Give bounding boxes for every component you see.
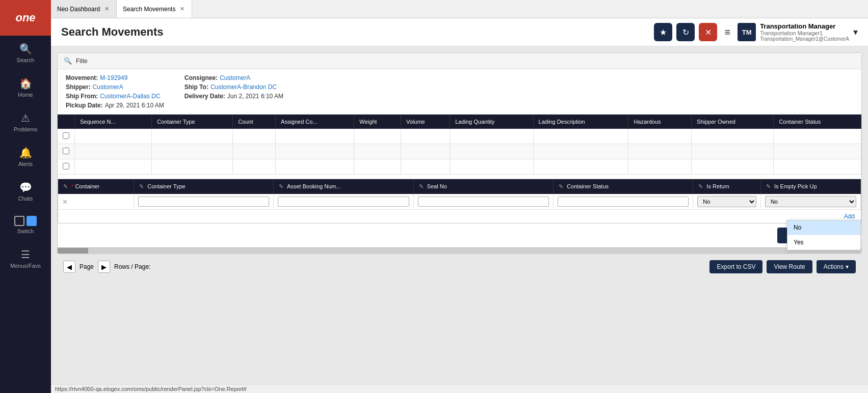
add-row: Add xyxy=(58,210,861,223)
dropdown-option-no[interactable]: No xyxy=(787,220,860,235)
table-row xyxy=(58,129,861,144)
sidebar-label-problems: Problems xyxy=(14,126,37,132)
tab-neo-dashboard[interactable]: Neo Dashboard ✕ xyxy=(51,0,117,18)
page-title: Search Movements xyxy=(61,25,164,39)
header-assigned-co[interactable]: Assigned Co... xyxy=(276,115,354,129)
cell-container-status xyxy=(774,129,861,144)
sidebar-item-chats[interactable]: 💬 Chats xyxy=(0,174,51,209)
header-shipper-owned[interactable]: Shipper Owned xyxy=(692,115,774,129)
row-checkbox[interactable] xyxy=(63,132,69,139)
chat-icon: 💬 xyxy=(19,181,32,193)
page-header: Search Movements ★ ↻ ✕ ≡ TM Transportati… xyxy=(51,18,868,46)
sidebar-item-problems[interactable]: ⚠ Problems xyxy=(0,105,51,139)
input-asset-booking[interactable] xyxy=(278,196,409,207)
tab-neo-dashboard-close[interactable]: ✕ xyxy=(103,6,110,13)
shipper-link[interactable]: CustomerA xyxy=(93,83,123,91)
sidebar-item-alerts[interactable]: 🔔 Alerts xyxy=(0,139,51,174)
hamburger-button[interactable]: ≡ xyxy=(721,23,733,41)
user-name-label: Transportation Manager1 xyxy=(760,30,849,36)
tab-search-movements[interactable]: Search Movements ✕ xyxy=(117,0,192,18)
cell-assigned-co xyxy=(276,129,354,144)
sidebar-item-menus[interactable]: ☰ Menus/Favs xyxy=(0,241,51,276)
header-volume[interactable]: Volume xyxy=(401,115,450,129)
cell-hazardous xyxy=(628,129,692,144)
delivery-date-label: Delivery Date: xyxy=(185,93,225,100)
tab-search-movements-close[interactable]: ✕ xyxy=(178,6,186,13)
select-is-empty[interactable]: No Yes xyxy=(765,196,856,207)
consignee-label: Consignee: xyxy=(185,74,218,81)
movement-right-col: Consignee: CustomerA Ship To: CustomerA-… xyxy=(185,74,283,109)
header-seal-no[interactable]: ✎ Seal No xyxy=(413,179,553,194)
container-table: ✎ * Container ✎ Container Type ✎ xyxy=(58,179,861,210)
sidebar-item-home[interactable]: 🏠 Home xyxy=(0,70,51,105)
actions-button[interactable]: Actions ▾ xyxy=(817,260,856,273)
horizontal-scrollbar[interactable] xyxy=(58,247,861,254)
edit-cell-close: ✕ xyxy=(58,194,134,210)
header-container[interactable]: ✎ * Container xyxy=(58,179,134,194)
switch-icon xyxy=(14,216,37,226)
refresh-button[interactable]: ↻ xyxy=(676,23,695,41)
cell-count xyxy=(233,129,276,144)
cell-container-type xyxy=(152,129,233,144)
app-logo[interactable]: one xyxy=(0,0,51,36)
input-container-type[interactable] xyxy=(138,196,269,207)
header-lading-description[interactable]: Lading Description xyxy=(533,115,628,129)
close-button[interactable]: ✕ xyxy=(699,23,717,41)
required-marker-container: * xyxy=(71,183,73,189)
horiz-scroll-thumb xyxy=(58,248,88,254)
header-count[interactable]: Count xyxy=(233,115,276,129)
header-is-return[interactable]: ✎ Is Return xyxy=(693,179,761,194)
dropdown-option-yes[interactable]: Yes xyxy=(787,235,860,250)
pager-page-label: Page xyxy=(80,263,94,270)
sidebar-item-switch[interactable]: Switch xyxy=(0,209,51,241)
sidebar-label-chats: Chats xyxy=(18,195,33,202)
export-csv-button[interactable]: Export to CSV xyxy=(709,260,762,273)
consignee-link[interactable]: CustomerA xyxy=(220,74,250,81)
row-checkbox[interactable] xyxy=(63,148,69,154)
ship-to-link[interactable]: CustomerA-Brandon DC xyxy=(211,83,277,91)
close-row-button[interactable]: ✕ xyxy=(62,198,68,206)
favorite-button[interactable]: ★ xyxy=(654,23,672,41)
cell-lading-quantity xyxy=(450,129,533,144)
view-route-button[interactable]: View Route xyxy=(767,260,812,273)
header-sequence-no[interactable]: Sequence N... xyxy=(75,115,152,129)
switch-box-2 xyxy=(27,216,37,226)
content-area: 🔍 Filte Movement: M-192949 Shipper: Cust… xyxy=(51,46,868,384)
ship-from-link[interactable]: CustomerA-Dallas DC xyxy=(100,93,160,100)
logo-text: one xyxy=(15,11,35,24)
pager-prev-button[interactable]: ◀ xyxy=(63,261,75,273)
movement-details: Movement: M-192949 Shipper: CustomerA Sh… xyxy=(58,69,861,115)
edit-icon-seal: ✎ xyxy=(419,183,424,189)
movement-id-link[interactable]: M-192949 xyxy=(100,74,127,81)
container-table-container: ✎ * Container ✎ Container Type ✎ xyxy=(58,179,861,210)
pager-next-button[interactable]: ▶ xyxy=(98,261,110,273)
header-ct-container-type[interactable]: ✎ Container Type xyxy=(134,179,274,194)
header-ct-container-status[interactable]: ✎ Container Status xyxy=(554,179,693,194)
user-dropdown-arrow[interactable]: ▾ xyxy=(853,26,858,38)
header-container-status[interactable]: Container Status xyxy=(774,115,861,129)
cell-sequence-no xyxy=(75,129,152,144)
user-info: Transportation Manager Transportation Ma… xyxy=(760,22,849,42)
delivery-date-value: Jun 2, 2021 6:10 AM xyxy=(227,93,283,100)
header-is-empty-pick-up[interactable]: ✎ Is Empty Pick Up xyxy=(760,179,860,194)
main-panel: 🔍 Filte Movement: M-192949 Shipper: Cust… xyxy=(57,52,862,254)
tab-bar: Neo Dashboard ✕ Search Movements ✕ xyxy=(51,0,868,18)
header-hazardous[interactable]: Hazardous xyxy=(628,115,692,129)
input-ct-status[interactable] xyxy=(558,196,689,207)
main-table: Sequence N... Container Type Count Assig… xyxy=(58,115,861,175)
row-checkbox[interactable] xyxy=(63,163,69,170)
input-seal-no[interactable] xyxy=(418,196,549,207)
header-actions: ★ ↻ ✕ ≡ TM Transportation Manager Transp… xyxy=(654,22,858,42)
container-table-header-row: ✎ * Container ✎ Container Type ✎ xyxy=(58,179,861,194)
user-role-label: Transportation Manager xyxy=(760,22,849,30)
header-asset-booking[interactable]: ✎ Asset Booking Num... xyxy=(274,179,413,194)
main-content: Neo Dashboard ✕ Search Movements ✕ Searc… xyxy=(51,0,868,393)
ship-to-row: Ship To: CustomerA-Brandon DC xyxy=(185,83,283,91)
add-link[interactable]: Add xyxy=(844,213,855,220)
header-weight[interactable]: Weight xyxy=(354,115,401,129)
sidebar-item-search[interactable]: 🔍 Search xyxy=(0,36,51,70)
header-container-type[interactable]: Container Type xyxy=(152,115,233,129)
table-row xyxy=(58,144,861,159)
header-lading-quantity[interactable]: Lading Quantity xyxy=(450,115,533,129)
select-is-return[interactable]: No Yes xyxy=(697,196,756,207)
